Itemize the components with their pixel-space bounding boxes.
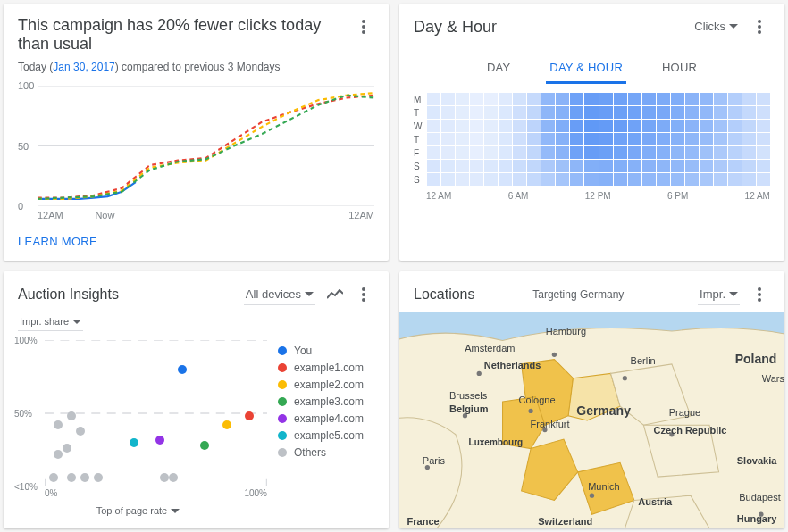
heatmap-cell (484, 120, 498, 132)
heatmap-cell (728, 160, 742, 172)
scatter-chart: 100% 50% <10% (18, 340, 267, 486)
legend-item: example2.com (278, 378, 374, 391)
heatmap-cell (685, 93, 699, 105)
heatmap-cell (599, 133, 613, 145)
heatmap-cell (499, 160, 512, 172)
card-title: Day & Hour (414, 18, 692, 37)
heatmap-cell (570, 106, 583, 119)
heatmap-cell (714, 120, 727, 132)
metric-dropdown[interactable]: Impr. (698, 284, 740, 305)
more-icon[interactable] (353, 284, 374, 305)
map-label-germany: Germany (576, 403, 631, 418)
heatmap-cell (657, 106, 670, 119)
heatmap-cell (728, 106, 742, 119)
heatmap-cell (628, 146, 641, 159)
card-subtitle: Today (Jan 30, 2017) compared to previou… (4, 61, 389, 80)
map-label-slovakia: Slovakia (737, 455, 777, 466)
heatmap-cell (470, 160, 483, 172)
legend-item: Others (278, 446, 374, 459)
svg-point-17 (758, 287, 761, 291)
chart-type-icon[interactable] (324, 284, 346, 305)
y-metric-dropdown[interactable]: Impr. share (18, 312, 83, 331)
heatmap-cell (541, 133, 555, 145)
heatmap-cell (642, 160, 656, 172)
scatter-point (76, 427, 85, 436)
metric-dropdown[interactable]: Clicks (692, 16, 740, 37)
card-title: Locations (414, 287, 475, 303)
heatmap-cell (700, 173, 713, 186)
more-icon[interactable] (353, 16, 374, 37)
heatmap-cell (614, 133, 627, 145)
heatmap-cell (671, 160, 684, 172)
heatmap-cell (757, 146, 770, 159)
heatmap-cell (700, 146, 713, 159)
heatmap-cell (441, 106, 455, 119)
heatmap-cell (742, 106, 756, 119)
device-dropdown[interactable]: All devices (244, 284, 315, 305)
learn-more-button[interactable]: LEARN MORE (4, 226, 389, 261)
heatmap-cell (527, 160, 541, 172)
heatmap-cell (541, 120, 555, 132)
heatmap-cell (570, 133, 583, 145)
heatmap-cell (499, 120, 512, 132)
heatmap-cell (614, 120, 627, 132)
heatmap-cell (499, 146, 512, 159)
heatmap-cell (513, 133, 526, 145)
heatmap-cell (584, 93, 598, 105)
heatmap-cell (742, 173, 756, 186)
heatmap-cell (584, 146, 598, 159)
heatmap-cell (642, 146, 656, 159)
map-label-netherlands: Netherlands (484, 360, 541, 370)
heatmap-cell (513, 93, 526, 105)
heatmap-cell (628, 173, 641, 186)
heatmap-cell (513, 173, 526, 186)
map-label-hungary: Hungary (737, 513, 777, 524)
map-label-amsterdam: Amsterdam (465, 343, 515, 353)
heatmap-cell (570, 120, 583, 132)
heatmap-cell (527, 173, 541, 186)
heatmap-cell (427, 146, 440, 159)
card-title: Auction Insights (18, 287, 244, 303)
tab-hour[interactable]: HOUR (658, 54, 700, 84)
heatmap-cell (757, 133, 770, 145)
heatmap-cell (728, 93, 742, 105)
map[interactable]: Germany Poland Netherlands Belgium Franc… (399, 312, 784, 528)
map-label-luxembourg: Luxembourg (469, 437, 524, 447)
heatmap-cell (657, 120, 670, 132)
scatter-point (63, 444, 71, 453)
heatmap-cell (456, 120, 469, 132)
heatmap-cell (527, 133, 541, 145)
map-label-frankfurt: Frankfurt (531, 419, 570, 429)
map-label-france: France (407, 516, 440, 527)
svg-point-18 (758, 293, 761, 296)
heatmap-cell (456, 173, 469, 186)
heatmap-cell (757, 173, 770, 186)
heatmap-cell (584, 120, 598, 132)
heatmap-cell (499, 173, 512, 186)
tab-day[interactable]: DAY (483, 54, 514, 84)
heatmap-row-label: F (414, 146, 426, 159)
map-label-cologne: Cologne (519, 395, 556, 405)
heatmap-cell (742, 93, 756, 105)
heatmap-cell (657, 173, 670, 186)
x-metric-dropdown[interactable]: Top of page rate (95, 502, 182, 520)
scatter-point (178, 365, 187, 374)
heatmap-cell (584, 106, 598, 119)
heatmap-cell (456, 106, 469, 119)
tab-day-hour[interactable]: DAY & HOUR (546, 54, 626, 84)
map-label-switzerland: Switzerland (538, 516, 592, 527)
heatmap-cell (499, 133, 512, 145)
heatmap-cell (714, 93, 727, 105)
heatmap-cell (728, 173, 742, 186)
map-label-prague: Prague (669, 407, 700, 418)
more-icon[interactable] (749, 284, 770, 305)
heatmap-cell (742, 146, 756, 159)
heatmap-cell (484, 146, 498, 159)
heatmap-cell (484, 173, 498, 186)
heatmap-cell (456, 146, 469, 159)
heatmap-cell (556, 120, 569, 132)
more-icon[interactable] (749, 16, 770, 37)
svg-point-24 (463, 413, 467, 418)
heatmap-cell (570, 173, 583, 186)
heatmap-cell (427, 106, 440, 119)
